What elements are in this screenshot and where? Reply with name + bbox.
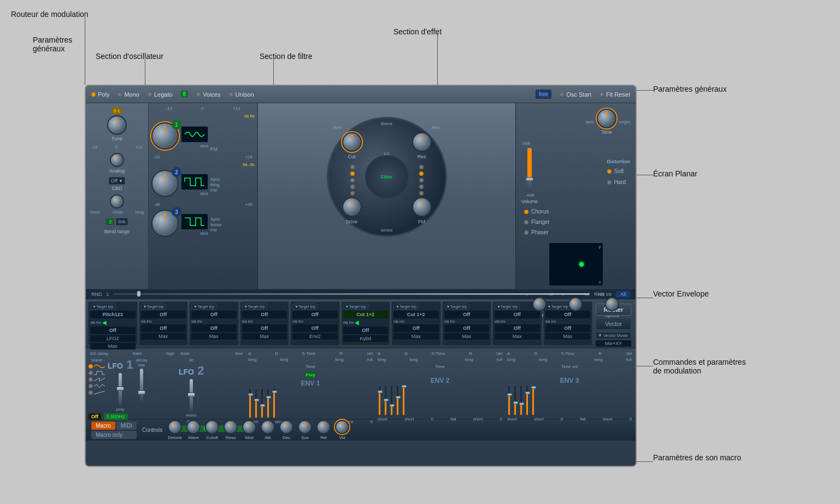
slot1-via: via — [141, 319, 146, 323]
filter-drive-knob[interactable] — [342, 197, 362, 217]
flt-reset-led — [600, 92, 604, 97]
slot9-max: Max — [545, 333, 591, 340]
lfo2-dc-label: dc — [189, 358, 193, 363]
glide-knob[interactable] — [110, 194, 124, 209]
slot0-target-dropdown[interactable]: ▼Target b/p — [90, 304, 115, 310]
free-btn[interactable]: free — [536, 90, 551, 99]
slot2-target-dropdown[interactable]: ▼Target b/p — [191, 304, 216, 310]
lfo1-poly-label: poly — [116, 407, 125, 412]
env2-a-track[interactable] — [378, 386, 381, 416]
vector-btn[interactable]: Vector — [596, 318, 631, 330]
env3-label-word: ENV — [560, 377, 574, 384]
midi-tab[interactable]: MIDI — [116, 422, 137, 430]
macro-cutoff-knob[interactable] — [205, 420, 219, 434]
slot4-source: Env2 — [292, 333, 338, 340]
env3-s-thumb — [519, 402, 524, 405]
lfo1-wave-led-5 — [89, 390, 93, 395]
slot1-target-dropdown[interactable]: ▼Target b/p — [141, 304, 166, 310]
poly-option[interactable]: Poly — [91, 91, 109, 98]
slot5-target-dropdown[interactable]: ▼Target b/p — [343, 304, 368, 310]
env3-s-track[interactable] — [520, 386, 522, 416]
cbd-dropdown[interactable]: Off ▼ — [109, 177, 125, 185]
macro-atk-knob[interactable] — [261, 420, 275, 434]
macro-sus-knob[interactable] — [298, 420, 312, 434]
phaser-btn[interactable]: Phaser — [524, 228, 627, 236]
hard-btn[interactable]: Hard — [607, 178, 631, 186]
macro-detune-knob[interactable] — [168, 420, 182, 434]
macro-dec-knob[interactable] — [279, 420, 293, 434]
env2-r-track[interactable] — [396, 386, 399, 416]
env3-vel-track[interactable] — [532, 386, 534, 416]
vector-mode-dropdown[interactable]: ▼ Vector Mode — [596, 332, 631, 339]
env3-vel-top: Vel — [626, 351, 632, 356]
soft-btn[interactable]: Soft — [607, 167, 631, 175]
legato-option[interactable]: Legato — [148, 91, 173, 98]
macro-reso-knob[interactable] — [224, 420, 238, 434]
planar-x-label: x — [599, 280, 601, 284]
env3-d-thumb — [513, 401, 518, 404]
slot3-target-dropdown[interactable]: ▼Target b/p — [242, 304, 267, 310]
env1-a-track[interactable] — [249, 388, 251, 418]
slot6-inv: inv — [400, 319, 404, 323]
slot4-target-dropdown[interactable]: ▼Target b/p — [292, 304, 318, 310]
slot7-target-dropdown[interactable]: ▼Target b/p — [444, 304, 469, 310]
env3-r-track[interactable] — [526, 386, 528, 416]
sine-level-knob[interactable] — [532, 297, 547, 311]
slot0-via: via — [90, 321, 95, 324]
lfo2-mono-label: mono — [186, 413, 197, 418]
analog-knob[interactable] — [110, 153, 124, 167]
filter-res2-label: Res — [334, 125, 342, 130]
env2-d-track[interactable] — [384, 386, 387, 416]
slot6-target-dropdown[interactable]: ▼Target b/p — [393, 304, 419, 310]
chorus-led — [524, 210, 528, 214]
env2-vel-track[interactable] — [402, 386, 405, 416]
slot2-target: Off — [191, 311, 237, 318]
macro-only-tab[interactable]: Macro only — [91, 431, 137, 439]
annotation-ecran-planar: Écran Planar — [653, 169, 697, 178]
slot9-via: via — [545, 319, 550, 323]
mod-slot-0: ▼Target b/p Pitch123 via inv ◀ Off LFO2 … — [88, 301, 138, 346]
env2-d-slider — [384, 386, 387, 416]
env3-a-track[interactable] — [508, 386, 510, 416]
chorus-btn[interactable]: Chorus — [524, 207, 627, 216]
filter-res-knob[interactable] — [412, 132, 432, 152]
filter-mode-led-3 — [350, 178, 355, 182]
lfo2-number: 2 — [197, 364, 204, 377]
macro-vol-knob[interactable] — [335, 420, 349, 434]
lfo1-label: LFO — [108, 361, 123, 370]
annotation-vector: Vector Envelope — [653, 289, 709, 298]
flt-reset[interactable]: Flt Reset — [600, 91, 630, 98]
env1-d-track[interactable] — [255, 388, 257, 418]
slot8-target-dropdown[interactable]: ▼Target b/p — [495, 304, 520, 310]
macro-wave-knob[interactable] — [186, 420, 201, 434]
flanger-btn[interactable]: Flanger — [524, 218, 627, 226]
volume-thumb[interactable] — [526, 177, 533, 181]
env1-r-track[interactable] — [267, 388, 269, 418]
env1-vel-track[interactable] — [273, 388, 275, 418]
lfo2-rate-slider[interactable] — [190, 379, 193, 412]
macro-mod-knob[interactable] — [242, 420, 256, 434]
rnd-slider[interactable] — [114, 293, 590, 295]
macro-rel-knob[interactable] — [316, 420, 331, 434]
lfo1-decay-slider[interactable] — [140, 369, 143, 401]
filter-fm-knob[interactable] — [412, 197, 432, 217]
macro-tab[interactable]: Macro — [91, 422, 115, 430]
distortion-label: Distortion — [607, 159, 631, 164]
osc-start[interactable]: Osc Start — [560, 91, 591, 98]
filter-cut-knob[interactable] — [342, 132, 362, 152]
env3-d-track[interactable] — [514, 386, 516, 416]
link-dropdown[interactable]: link — [116, 218, 128, 226]
tune-knob[interactable] — [107, 115, 127, 135]
env1-s-track[interactable] — [261, 388, 263, 418]
tone-knob[interactable] — [597, 109, 616, 128]
slot3-inv: inv — [248, 319, 252, 323]
speed-knob[interactable] — [605, 297, 619, 311]
env2-vel-thumb — [402, 385, 407, 388]
mono-option[interactable]: Mono — [118, 91, 139, 98]
scale-0: 0 — [115, 145, 118, 150]
lfo1-rate-slider[interactable] — [119, 373, 122, 406]
volume-slider[interactable] — [527, 148, 532, 192]
slot9-target-dropdown[interactable]: ▼Target b/p — [545, 304, 571, 310]
env2-s-track[interactable] — [390, 386, 393, 416]
unison-option[interactable]: Unison — [229, 91, 254, 98]
